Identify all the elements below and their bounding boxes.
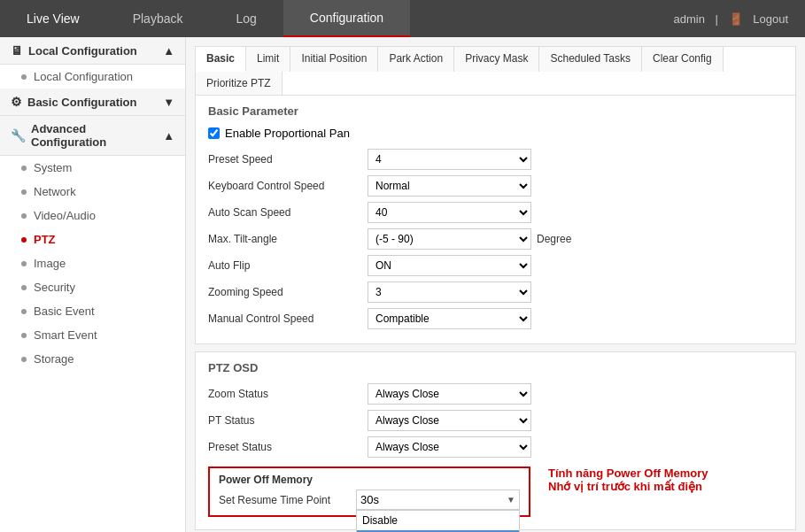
keyboard-speed-select[interactable]: Normal Slow Fast: [368, 175, 531, 197]
annotation-line1: Tính năng Power Off Memory: [548, 466, 708, 480]
sidebar-item-security[interactable]: Security: [0, 275, 185, 299]
ptz-osd-title: PTZ OSD: [208, 361, 783, 374]
sidebar-item-ptz[interactable]: PTZ: [0, 227, 185, 251]
basic-param-title: Basic Parameter: [208, 104, 783, 118]
nav-tab-configuration[interactable]: Configuration: [283, 0, 410, 37]
sidebar-section-basic-label: Basic Configuration: [27, 96, 137, 109]
dot-network-icon: [21, 189, 27, 195]
resume-time-value: 30s: [360, 493, 379, 506]
dot-smartevent-icon: [21, 333, 27, 338]
nav-tab-playback[interactable]: Playback: [106, 0, 210, 37]
auto-scan-select[interactable]: 40: [368, 202, 531, 223]
dot-basicevent-icon: [21, 309, 27, 314]
sidebar-item-system[interactable]: System: [0, 156, 185, 180]
sidebar-item-video-audio[interactable]: Video/Audio: [0, 204, 185, 227]
keyboard-speed-label: Keyboard Control Speed: [208, 180, 368, 192]
zoom-status-row: Zoom Status Always Close Always Open Aut…: [208, 383, 783, 405]
resume-time-dropdown[interactable]: 30s ▼ Disable 30s 60s 300s 600s: [356, 490, 520, 510]
advanced-config-icon: 🔧: [11, 128, 26, 143]
enable-proportional-pan-row: Enable Proportional Pan: [208, 127, 783, 140]
sidebar-section-local[interactable]: 🖥 Local Configuration ▲: [0, 37, 185, 65]
auto-flip-select[interactable]: ON OFF: [368, 255, 531, 276]
sidebar-section-basic[interactable]: ⚙ Basic Configuration ▼: [0, 89, 185, 116]
sidebar-item-videoaudio-label: Video/Audio: [34, 209, 96, 222]
tab-privacy-mask[interactable]: Privacy Mask: [454, 47, 539, 72]
sidebar-item-system-label: System: [34, 161, 72, 174]
dot-system-icon: [21, 166, 27, 171]
dot-image-icon: [21, 261, 27, 266]
top-nav: Live View Playback Log Configuration adm…: [0, 0, 805, 37]
manual-control-select[interactable]: Compatible Pedestrian Non-motorized vehi…: [368, 308, 531, 329]
sidebar-item-security-label: Security: [34, 281, 75, 294]
local-config-icon: 🖥: [11, 43, 23, 58]
power-off-memory-section: Power Off Memory Set Resume Time Point 3…: [208, 466, 783, 520]
nav-tab-log[interactable]: Log: [209, 0, 283, 37]
sidebar-section-advanced[interactable]: 🔧 Advanced Configuration ▲: [0, 116, 185, 156]
pt-status-row: PT Status Always Close Always Open Auto: [208, 410, 783, 431]
logout-link[interactable]: Logout: [753, 12, 788, 26]
pt-status-select[interactable]: Always Close Always Open Auto: [368, 410, 531, 431]
preset-status-label: Preset Status: [208, 441, 368, 453]
tab-scheduled-tasks[interactable]: Scheduled Tasks: [539, 47, 642, 72]
dot-icon: [21, 74, 27, 80]
dot-ptz-icon: [21, 237, 27, 243]
sidebar-item-basic-event[interactable]: Basic Event: [0, 299, 185, 323]
main-content: Basic Limit Initial Position Park Action…: [186, 37, 805, 532]
sidebar-item-local-label: Local Configuration: [34, 70, 133, 83]
zoom-status-label: Zoom Status: [208, 388, 368, 400]
zooming-speed-label: Zooming Speed: [208, 286, 368, 298]
auto-scan-label: Auto Scan Speed: [208, 206, 368, 219]
nav-user-area: admin | 🚪 Logout: [670, 12, 805, 26]
pt-status-label: PT Status: [208, 414, 368, 427]
tab-bar: Basic Limit Initial Position Park Action…: [195, 46, 796, 95]
set-resume-time-label: Set Resume Time Point: [219, 494, 356, 506]
nav-tab-liveview[interactable]: Live View: [0, 0, 106, 37]
preset-speed-row: Preset Speed 4: [208, 149, 783, 170]
auto-scan-speed-row: Auto Scan Speed 40: [208, 202, 783, 223]
sidebar-item-smart-event[interactable]: Smart Event: [0, 323, 185, 347]
ptz-osd-panel: PTZ OSD Zoom Status Always Close Always …: [195, 351, 796, 530]
option-disable[interactable]: Disable: [357, 511, 519, 530]
auto-flip-label: Auto Flip: [208, 259, 368, 272]
sidebar-item-local-configuration[interactable]: Local Configuration: [0, 65, 185, 89]
degree-label: Degree: [537, 233, 571, 245]
zoom-status-select[interactable]: Always Close Always Open Auto: [368, 383, 531, 405]
resume-time-selected[interactable]: 30s ▼: [356, 490, 520, 510]
sidebar-section-local-label: Local Configuration: [28, 44, 137, 58]
tab-clear-config[interactable]: Clear Config: [642, 47, 724, 72]
sidebar-item-storage[interactable]: Storage: [0, 347, 185, 371]
basic-param-panel: Basic Parameter Enable Proportional Pan …: [195, 95, 796, 344]
tab-prioritize-ptz[interactable]: Prioritize PTZ: [196, 72, 283, 95]
sidebar-item-ptz-label: PTZ: [34, 233, 56, 246]
admin-label: admin: [674, 12, 705, 26]
max-tilt-angle-row: Max. Tilt-angle (-5 - 90) Degree: [208, 228, 783, 250]
keyboard-control-speed-row: Keyboard Control Speed Normal Slow Fast: [208, 175, 783, 197]
chevron-down-icon: ▼: [163, 96, 174, 109]
tab-initial-position[interactable]: Initial Position: [290, 47, 378, 72]
tab-park-action[interactable]: Park Action: [378, 47, 454, 72]
tab-basic[interactable]: Basic: [196, 47, 246, 72]
zooming-speed-select[interactable]: 3: [368, 281, 531, 303]
manual-control-label: Manual Control Speed: [208, 312, 368, 325]
basic-config-icon: ⚙: [11, 95, 22, 109]
sidebar-section-advanced-label: Advanced Configuration: [31, 122, 163, 149]
tab-limit[interactable]: Limit: [246, 47, 290, 72]
enable-proportional-pan-label: Enable Proportional Pan: [225, 127, 350, 140]
zooming-speed-row: Zooming Speed 3: [208, 281, 783, 303]
sidebar-item-network[interactable]: Network: [0, 180, 185, 204]
sidebar-item-storage-label: Storage: [34, 352, 74, 366]
enable-proportional-pan-checkbox[interactable]: [208, 127, 220, 139]
main-layout: 🖥 Local Configuration ▲ Local Configurat…: [0, 37, 805, 532]
set-resume-time-row: Set Resume Time Point 30s ▼ Disable 30s …: [219, 490, 520, 510]
max-tilt-select[interactable]: (-5 - 90): [368, 228, 531, 250]
sidebar: 🖥 Local Configuration ▲ Local Configurat…: [0, 37, 186, 532]
sidebar-item-image[interactable]: Image: [0, 251, 185, 275]
sidebar-item-network-label: Network: [34, 185, 76, 198]
preset-status-select[interactable]: Always Close Always Open Auto: [368, 436, 531, 458]
preset-speed-select[interactable]: 4: [368, 149, 531, 170]
power-off-box-title: Power Off Memory: [219, 474, 520, 486]
power-off-memory-box: Power Off Memory Set Resume Time Point 3…: [208, 466, 530, 517]
dot-videoaudio-icon: [21, 213, 27, 219]
sidebar-item-smartevent-label: Smart Event: [34, 328, 97, 342]
chevron-up-icon-2: ▲: [163, 129, 174, 143]
